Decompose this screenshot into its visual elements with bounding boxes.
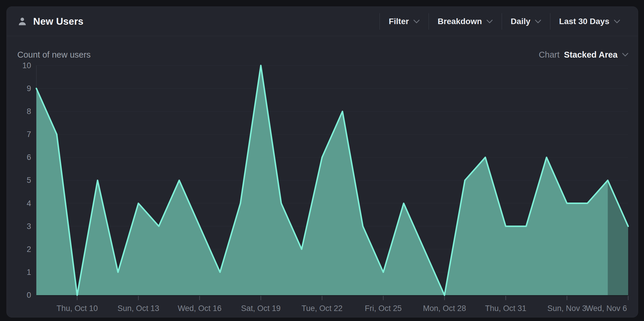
y-axis-label: 4	[27, 199, 31, 208]
y-axis-label: 10	[22, 61, 31, 70]
new-users-widget: New Users Filter Breakdown Daily	[6, 6, 638, 317]
x-axis-label: Sun, Nov 3	[547, 304, 586, 313]
y-axis-label: 5	[27, 176, 31, 185]
x-axis-label: Fri, Oct 25	[365, 304, 402, 313]
x-axis-label: Wed, Oct 16	[178, 304, 221, 313]
y-axis-label: 8	[27, 107, 31, 116]
area-chart-canvas[interactable]: 012345678910Thu, Oct 10Sun, Oct 13Wed, O…	[7, 7, 638, 317]
x-axis-label: Thu, Oct 31	[485, 304, 527, 313]
x-axis-label: Mon, Oct 28	[423, 304, 466, 313]
y-axis-label: 3	[27, 222, 31, 231]
y-axis-label: 9	[27, 84, 31, 93]
x-axis-label: Tue, Oct 22	[301, 304, 343, 313]
y-axis-label: 0	[27, 291, 31, 300]
y-axis-label: 1	[27, 268, 31, 277]
x-axis-label: Wed, Nov 6	[586, 304, 627, 313]
x-axis-label: Sat, Oct 19	[241, 304, 281, 313]
y-axis-label: 2	[27, 245, 31, 254]
y-axis-label: 6	[27, 153, 31, 162]
x-axis-label: Thu, Oct 10	[57, 304, 98, 313]
y-axis-label: 7	[27, 130, 31, 139]
area-chart[interactable]: 012345678910Thu, Oct 10Sun, Oct 13Wed, O…	[7, 7, 638, 317]
incomplete-period-shade	[608, 180, 628, 295]
x-axis-label: Sun, Oct 13	[117, 304, 159, 313]
